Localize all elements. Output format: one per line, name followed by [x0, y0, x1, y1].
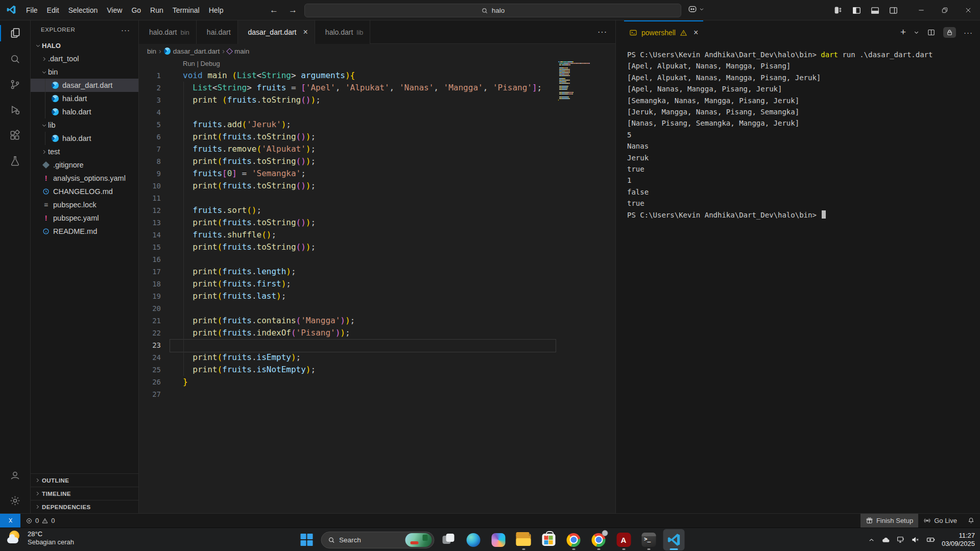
problems-indicator[interactable]: 0 0 — [20, 514, 60, 528]
tree-item-test[interactable]: test — [31, 145, 138, 158]
menu-help[interactable]: Help — [204, 6, 228, 14]
toggle-secondary-sidebar-icon[interactable] — [889, 6, 898, 15]
menu-edit[interactable]: Edit — [42, 6, 64, 14]
code-line-16[interactable]: 16 — [139, 253, 615, 266]
tab-hai-dart[interactable]: hai.dart — [197, 20, 238, 44]
activity-settings[interactable] — [0, 488, 30, 513]
tree-item-README-md[interactable]: README.md — [31, 225, 138, 238]
taskbar-search[interactable]: Search — [321, 532, 434, 548]
menu-selection[interactable]: Selection — [64, 6, 103, 14]
minimize-button[interactable] — [910, 0, 933, 20]
menu-file[interactable]: File — [21, 6, 42, 14]
activity-source-control[interactable] — [0, 71, 30, 97]
code-line-22[interactable]: 22 print(fruits.indexOf('Pisang')); — [139, 327, 615, 339]
terminal-dropdown-icon[interactable] — [914, 30, 919, 35]
close-window-button[interactable] — [957, 0, 980, 20]
codelens-debug[interactable]: Debug — [200, 60, 220, 67]
activity-explorer[interactable] — [0, 20, 30, 46]
code-line-6[interactable]: 6 print(fruits.toString()); — [139, 131, 615, 143]
terminal-app-button[interactable]: >_ — [638, 529, 659, 550]
activity-testing[interactable] — [0, 148, 30, 174]
tree-item-hai-dart[interactable]: hai.dart — [31, 92, 138, 105]
tree-item--dart_tool[interactable]: .dart_tool — [31, 52, 138, 65]
code-line-23[interactable]: 23 — [139, 339, 615, 351]
terminal-tab-powershell[interactable]: powershell × — [624, 20, 703, 44]
acrobat-button[interactable]: A — [613, 529, 634, 550]
tree-item-analysis_options-yaml[interactable]: !analysis_options.yaml — [31, 172, 138, 185]
tray-chevron-up-icon[interactable] — [868, 536, 875, 544]
code-line-2[interactable]: 2 List<String> fruits = ['Apel', 'Alpuka… — [139, 82, 615, 94]
chrome-button[interactable] — [563, 529, 584, 550]
tab-halo-dart-bin[interactable]: halo.dartbin — [139, 20, 197, 44]
toggle-sidebar-icon[interactable] — [852, 6, 862, 15]
tree-item-halo[interactable]: HALO — [31, 39, 138, 52]
code-line-5[interactable]: 5 fruits.add('Jeruk'); — [139, 118, 615, 131]
terminal-more-actions[interactable]: ··· — [964, 28, 973, 37]
weather-widget[interactable]: 28°C Sebagian cerah — [6, 530, 74, 547]
breadcrumb-bin[interactable]: bin — [147, 47, 156, 55]
terminal-output[interactable]: PS C:\Users\Kevin Andhika\Dart_Dev\halo\… — [616, 44, 980, 221]
toggle-panel-icon[interactable] — [870, 6, 880, 15]
code-line-8[interactable]: 8 print(fruits.toString()); — [139, 155, 615, 167]
command-center-search[interactable]: halo — [304, 4, 681, 17]
microsoft-store-button[interactable] — [538, 529, 559, 550]
activity-account[interactable] — [0, 462, 30, 488]
code-line-25[interactable]: 25 print(fruits.isNotEmpty); — [139, 364, 615, 376]
tree-item-dasar_dart-dart[interactable]: dasar_dart.dart — [31, 79, 138, 92]
code-line-19[interactable]: 19 print(fruits.last); — [139, 290, 615, 302]
edge-button[interactable] — [463, 529, 484, 550]
activity-search[interactable] — [0, 46, 30, 71]
terminal-close-icon[interactable]: × — [694, 28, 698, 37]
code-line-21[interactable]: 21 print(fruits.contains('Mangga')); — [139, 315, 615, 327]
go-live-button[interactable]: Go Live — [918, 514, 962, 528]
code-line-27[interactable]: 27 — [139, 388, 615, 400]
tree-item-bin[interactable]: bin — [31, 65, 138, 79]
tree-item-pubspec-lock[interactable]: ≡pubspec.lock — [31, 198, 138, 211]
new-terminal-button[interactable]: + — [900, 27, 906, 38]
restore-button[interactable] — [933, 0, 957, 20]
customize-layout-icon[interactable] — [834, 6, 843, 15]
activity-extensions[interactable] — [0, 123, 30, 148]
volume-muted-icon[interactable] — [911, 535, 920, 544]
tree-item-lib[interactable]: lib — [31, 118, 138, 132]
finish-setup-button[interactable]: Finish Setup — [861, 514, 918, 528]
menu-terminal[interactable]: Terminal — [168, 6, 204, 14]
code-line-11[interactable]: 11 — [139, 192, 615, 204]
lock-icon[interactable] — [943, 27, 956, 38]
tree-item--gitignore[interactable]: .gitignore — [31, 158, 138, 172]
breadcrumb-dasar_dart-dart[interactable]: dasar_dart.dart — [164, 47, 220, 55]
code-line-3[interactable]: 3 print (fruits.toString()); — [139, 94, 615, 106]
vscode-taskbar-button[interactable] — [663, 529, 684, 550]
chrome-profile-button[interactable] — [588, 529, 609, 550]
section-outline[interactable]: OUTLINE — [31, 473, 138, 487]
tree-item-halo-dart[interactable]: halo.dart — [31, 105, 138, 118]
onedrive-icon[interactable] — [881, 535, 891, 545]
code-line-14[interactable]: 14 fruits.shuffle(); — [139, 229, 615, 241]
menu-go[interactable]: Go — [127, 6, 146, 14]
code-line-9[interactable]: 9 fruits[0] = 'Semangka'; — [139, 167, 615, 180]
tree-item-halo-dart[interactable]: halo.dart — [31, 132, 138, 145]
code-line-7[interactable]: 7 fruits.remove('Alpukat'); — [139, 143, 615, 155]
tree-item-pubspec-yaml[interactable]: !pubspec.yaml — [31, 211, 138, 225]
breadcrumb-main[interactable]: main — [227, 47, 249, 55]
file-explorer-button[interactable] — [513, 529, 534, 550]
nav-back-button[interactable]: ← — [270, 5, 278, 15]
section-dependencies[interactable]: DEPENDENCIES — [31, 500, 138, 513]
task-view-button[interactable] — [438, 529, 459, 550]
codelens-run[interactable]: Run — [183, 60, 195, 67]
remote-indicator[interactable] — [0, 514, 20, 528]
code-line-10[interactable]: 10 print(fruits.toString()); — [139, 180, 615, 192]
copilot-taskbar-button[interactable] — [488, 529, 509, 550]
code-line-15[interactable]: 15 print(fruits.toString()); — [139, 241, 615, 253]
minimap[interactable] — [558, 61, 601, 103]
editor-tabs-more-actions[interactable]: ··· — [589, 20, 615, 44]
explorer-more-actions[interactable]: ··· — [121, 26, 130, 34]
menu-run[interactable]: Run — [146, 6, 168, 14]
code-line-12[interactable]: 12 fruits.sort(); — [139, 204, 615, 217]
code-editor[interactable]: Run | Debug 1void main (List<String> arg… — [139, 58, 615, 513]
code-line-13[interactable]: 13 print(fruits.toString()); — [139, 217, 615, 229]
code-line-18[interactable]: 18 print(fruits.first); — [139, 278, 615, 290]
code-line-4[interactable]: 4 — [139, 106, 615, 118]
copilot-button[interactable] — [687, 4, 704, 14]
code-line-26[interactable]: 26} — [139, 376, 615, 388]
